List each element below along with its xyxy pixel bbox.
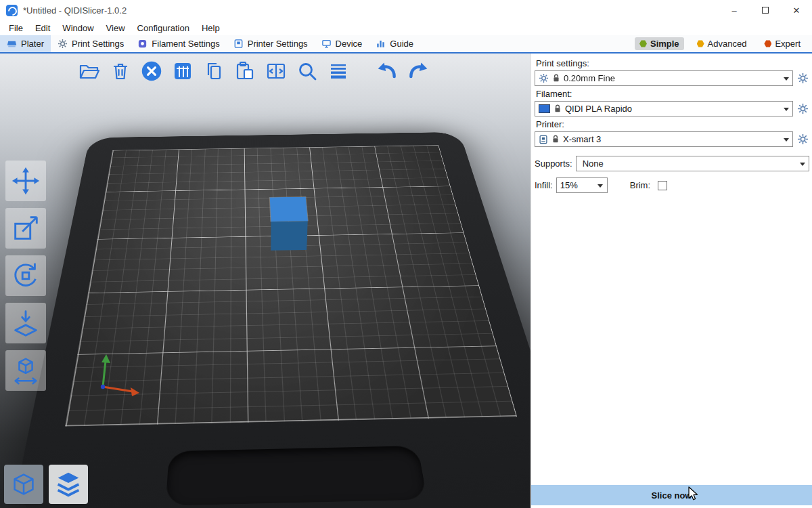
mode-expert[interactable]: Expert bbox=[759, 37, 805, 50]
tab-label: Guide bbox=[390, 39, 413, 49]
tab-label: Device bbox=[336, 39, 363, 49]
3d-viewport[interactable] bbox=[0, 54, 531, 508]
expert-mode-icon bbox=[764, 40, 771, 47]
menu-configuration[interactable]: Configuration bbox=[131, 20, 196, 35]
tab-device[interactable]: Device bbox=[315, 35, 369, 52]
lock-icon bbox=[551, 135, 560, 144]
search-icon bbox=[296, 60, 318, 82]
filament-combo[interactable]: QIDI PLA Rapido bbox=[535, 101, 793, 117]
3d-editor-view-button[interactable] bbox=[4, 465, 43, 504]
printer-row: X-smart 3 bbox=[535, 131, 809, 147]
split-objects-icon bbox=[265, 60, 287, 82]
tab-printer-settings[interactable]: Printer Settings bbox=[227, 35, 315, 52]
printer-label: Printer: bbox=[536, 119, 809, 129]
brim-checkbox[interactable] bbox=[658, 181, 667, 190]
menu-help[interactable]: Help bbox=[196, 20, 226, 35]
tab-label: Plater bbox=[21, 39, 44, 49]
measure-button[interactable] bbox=[5, 350, 46, 391]
gear-icon bbox=[797, 133, 809, 145]
3d-scene bbox=[0, 54, 531, 508]
supports-combo[interactable]: None bbox=[576, 156, 809, 171]
layers-preview-button[interactable] bbox=[49, 465, 88, 504]
gear-icon bbox=[797, 103, 809, 114]
place-on-face-icon bbox=[10, 308, 41, 339]
printer-icon bbox=[539, 135, 548, 144]
open-folder-icon bbox=[78, 60, 100, 82]
edit-print-settings-button[interactable] bbox=[796, 72, 809, 85]
mouse-cursor-icon bbox=[686, 486, 700, 501]
infill-brim-row: Infill: 15% Brim: bbox=[535, 177, 809, 193]
open-button[interactable] bbox=[76, 58, 103, 85]
menu-edit[interactable]: Edit bbox=[29, 20, 56, 35]
minimize-button[interactable]: – bbox=[719, 0, 750, 20]
search-button[interactable] bbox=[294, 58, 321, 85]
plater-icon bbox=[7, 39, 17, 49]
menu-file[interactable]: File bbox=[3, 20, 29, 35]
lock-icon bbox=[552, 74, 560, 83]
mode-switcher: Simple Advanced Expert bbox=[635, 35, 812, 52]
object-toolbar bbox=[76, 58, 432, 85]
view-toolbar bbox=[4, 465, 88, 504]
arrange-button[interactable] bbox=[169, 58, 196, 85]
layers-icon bbox=[328, 60, 349, 82]
close-button[interactable]: ✕ bbox=[781, 0, 812, 20]
device-icon bbox=[321, 39, 332, 49]
print-settings-label: Print settings: bbox=[536, 58, 809, 68]
mode-label: Simple bbox=[650, 39, 679, 49]
infill-combo[interactable]: 15% bbox=[556, 177, 608, 193]
move-button[interactable] bbox=[5, 161, 46, 201]
undo-button[interactable] bbox=[374, 58, 401, 85]
menu-view[interactable]: View bbox=[100, 20, 131, 35]
printer-combo[interactable]: X-smart 3 bbox=[535, 131, 793, 147]
window-title: *Untitled - QIDISlicer-1.0.2 bbox=[23, 5, 127, 16]
copy-button[interactable] bbox=[200, 58, 227, 85]
maximize-icon bbox=[762, 7, 769, 14]
menu-window[interactable]: Window bbox=[56, 20, 99, 35]
tab-plater[interactable]: Plater bbox=[0, 35, 51, 52]
tab-label: Print Settings bbox=[72, 39, 124, 49]
variable-layer-height-button[interactable] bbox=[325, 58, 352, 85]
mode-label: Advanced bbox=[708, 39, 747, 49]
tab-print-settings[interactable]: Print Settings bbox=[51, 35, 131, 52]
tab-label: Printer Settings bbox=[248, 39, 308, 49]
mode-simple[interactable]: Simple bbox=[635, 37, 684, 50]
paste-button[interactable] bbox=[231, 58, 258, 85]
redo-button[interactable] bbox=[405, 58, 432, 85]
printer-icon bbox=[233, 39, 244, 49]
edit-printer-button[interactable] bbox=[796, 133, 809, 146]
tab-filament-settings[interactable]: Filament Settings bbox=[131, 35, 226, 52]
rotate-button[interactable] bbox=[5, 255, 46, 296]
rotate-icon bbox=[10, 260, 41, 291]
mode-advanced[interactable]: Advanced bbox=[692, 37, 752, 50]
place-on-face-button[interactable] bbox=[5, 303, 46, 343]
slice-now-button[interactable]: Slice now bbox=[531, 485, 812, 505]
tab-bar: Plater Print Settings Filament Settings … bbox=[0, 35, 812, 54]
bed-handle-cutout bbox=[166, 446, 428, 506]
maximize-button[interactable] bbox=[750, 0, 781, 20]
print-settings-value: 0.20mm Fine bbox=[564, 73, 779, 83]
split-objects-button[interactable] bbox=[263, 58, 290, 85]
delete-button[interactable] bbox=[107, 58, 134, 85]
tab-guide[interactable]: Guide bbox=[369, 35, 420, 52]
settings-sidebar: Print settings: 0.20mm Fine Filament: QI… bbox=[531, 54, 812, 508]
delete-all-button[interactable] bbox=[138, 58, 165, 85]
model-cube[interactable] bbox=[270, 226, 307, 251]
scale-icon bbox=[10, 213, 41, 244]
scale-button[interactable] bbox=[5, 208, 46, 249]
infill-value: 15% bbox=[560, 180, 593, 190]
undo-icon bbox=[376, 60, 398, 82]
gear-icon bbox=[539, 73, 549, 83]
print-settings-combo[interactable]: 0.20mm Fine bbox=[535, 70, 793, 86]
cube-top-face bbox=[270, 197, 308, 221]
chevron-down-icon bbox=[780, 133, 792, 146]
manipulation-toolbar bbox=[5, 161, 46, 391]
cube-front-face bbox=[271, 221, 308, 251]
printer-value: X-smart 3 bbox=[563, 134, 779, 144]
chevron-down-icon bbox=[595, 179, 606, 192]
chevron-down-icon bbox=[780, 72, 792, 85]
filament-icon bbox=[137, 39, 148, 49]
filament-value: QIDI PLA Rapido bbox=[565, 104, 779, 114]
minimize-icon: – bbox=[731, 5, 736, 16]
edit-filament-button[interactable] bbox=[796, 102, 809, 115]
copy-icon bbox=[203, 60, 225, 82]
